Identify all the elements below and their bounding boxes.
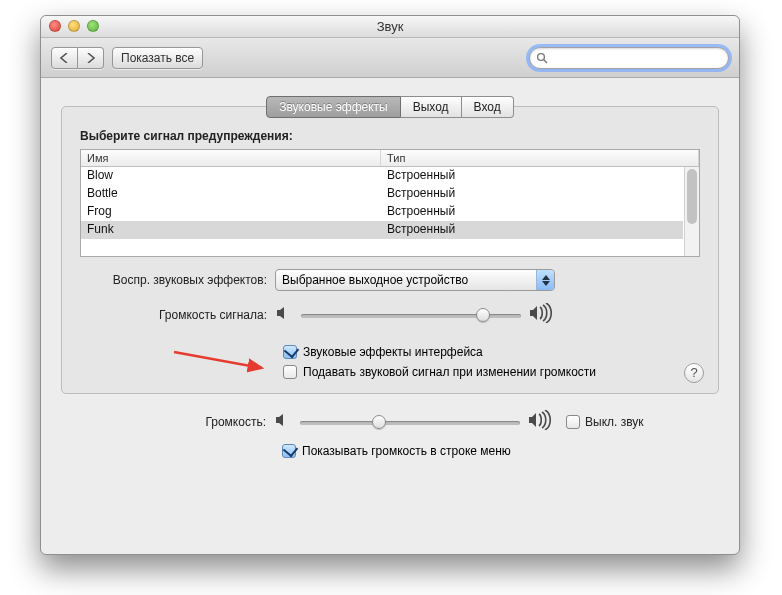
table-row[interactable]: FrogВстроенный [81, 203, 683, 221]
content-area: Звуковые эффекты Выход Вход Выберите сиг… [41, 78, 739, 472]
cell-type: Встроенный [381, 167, 683, 185]
table-row[interactable]: BlowВстроенный [81, 167, 683, 185]
search-icon [536, 52, 548, 64]
table-header: Имя Тип [81, 150, 699, 167]
main-volume-slider[interactable] [300, 412, 520, 432]
speaker-low-icon [274, 411, 292, 433]
volume-feedback-checkbox[interactable] [283, 365, 297, 379]
nav-segment [51, 47, 104, 69]
tabs: Звуковые эффекты Выход Вход [61, 96, 719, 118]
close-window-button[interactable] [49, 20, 61, 32]
mute-checkbox[interactable] [566, 415, 580, 429]
forward-button[interactable] [78, 47, 104, 69]
minimize-window-button[interactable] [68, 20, 80, 32]
effects-group: Выберите сигнал предупреждения: Имя Тип … [61, 106, 719, 394]
show-volume-menubar-label: Показывать громкость в строке меню [302, 444, 511, 458]
cell-name: Blow [81, 167, 381, 185]
speaker-high-icon [528, 410, 554, 434]
speaker-low-icon [275, 304, 293, 326]
search-input[interactable] [529, 47, 729, 69]
col-type[interactable]: Тип [381, 150, 699, 166]
main-volume-section: Громкость: Выкл. звук Показыват [61, 410, 719, 458]
slider-knob[interactable] [372, 415, 386, 429]
play-through-select[interactable]: Выбранное выходное устройство [275, 269, 555, 291]
chevron-left-icon [60, 53, 69, 63]
alert-volume-row: Громкость сигнала: [80, 303, 700, 327]
table-scrollbar[interactable] [684, 167, 699, 256]
ui-sound-effects-checkbox[interactable] [283, 345, 297, 359]
mute-label: Выкл. звук [585, 415, 644, 429]
back-button[interactable] [51, 47, 78, 69]
cell-name: Frog [81, 203, 381, 221]
volume-feedback-row: Подавать звуковой сигнал при изменении г… [80, 365, 700, 379]
choose-alert-label: Выберите сигнал предупреждения: [80, 129, 700, 143]
window-title: Звук [377, 19, 404, 34]
window-controls [49, 20, 99, 32]
play-through-row: Воспр. звуковых эффектов: Выбранное выхо… [80, 269, 700, 291]
chevron-right-icon [86, 53, 95, 63]
mute-wrap: Выкл. звук [566, 415, 644, 429]
tab-input[interactable]: Вход [462, 96, 514, 118]
alert-volume-slider[interactable] [301, 305, 521, 325]
scrollbar-thumb[interactable] [687, 169, 697, 224]
show-volume-menubar-checkbox[interactable] [282, 444, 296, 458]
main-volume-label: Громкость: [79, 415, 274, 429]
cell-type: Встроенный [381, 221, 683, 239]
table-row[interactable]: FunkВстроенный [81, 221, 683, 239]
ui-effects-row: Звуковые эффекты интерфейса [80, 345, 700, 359]
help-button[interactable]: ? [684, 363, 704, 383]
alert-volume-label: Громкость сигнала: [80, 308, 275, 322]
play-through-select-wrap: Выбранное выходное устройство [275, 269, 555, 291]
tab-output[interactable]: Выход [401, 96, 462, 118]
main-volume-row: Громкость: Выкл. звук [79, 410, 701, 434]
volume-feedback-label: Подавать звуковой сигнал при изменении г… [303, 365, 596, 379]
svg-point-0 [538, 53, 545, 60]
zoom-window-button[interactable] [87, 20, 99, 32]
alerts-table[interactable]: Имя Тип BlowВстроенныйBottleВстроенныйFr… [80, 149, 700, 257]
ui-sound-effects-label: Звуковые эффекты интерфейса [303, 345, 483, 359]
cell-name: Bottle [81, 185, 381, 203]
show-in-menu-row: Показывать громкость в строке меню [79, 444, 701, 458]
cell-type: Встроенный [381, 185, 683, 203]
cell-type: Встроенный [381, 203, 683, 221]
play-through-label: Воспр. звуковых эффектов: [80, 273, 275, 287]
slider-knob[interactable] [476, 308, 490, 322]
table-row[interactable]: BottleВстроенный [81, 185, 683, 203]
show-all-label: Показать все [121, 51, 194, 65]
show-all-button[interactable]: Показать все [112, 47, 203, 69]
cell-name: Funk [81, 221, 381, 239]
titlebar: Звук [41, 16, 739, 38]
sound-prefs-window: Звук Показать все Звуковые эффекты Выход [40, 15, 740, 555]
search-field-wrap [529, 47, 729, 69]
speaker-high-icon [529, 303, 555, 327]
svg-line-1 [544, 59, 547, 62]
col-name[interactable]: Имя [81, 150, 381, 166]
tab-sound-effects[interactable]: Звуковые эффекты [266, 96, 400, 118]
toolbar: Показать все [41, 38, 739, 78]
